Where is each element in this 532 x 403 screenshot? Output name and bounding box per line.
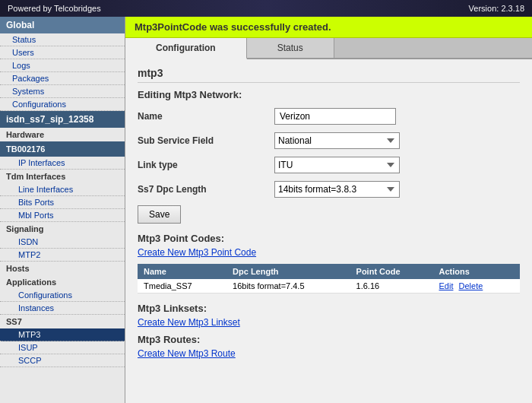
point-codes-table: Name Dpc Length Point Code Actions Tmedi… <box>138 264 520 294</box>
version-label: Version: 2.3.18 <box>469 4 524 13</box>
sidebar-item-configurations[interactable]: Configurations <box>0 98 125 111</box>
tabs-bar: Configuration Status <box>125 38 532 59</box>
save-button[interactable]: Save <box>138 205 181 224</box>
hardware-header: Hardware <box>0 128 125 141</box>
create-point-code-link[interactable]: Create New Mtp3 Point Code <box>138 247 256 258</box>
applications-label: Applications <box>0 275 125 289</box>
content-area: Mtp3PointCode was successfully created. … <box>125 17 532 403</box>
row-dpc-length: 16bits format=7.4.5 <box>226 279 350 294</box>
sidebar-item-status[interactable]: Status <box>0 33 125 46</box>
success-message: Mtp3PointCode was successfully created. <box>135 21 331 33</box>
tdm-header: Tdm Interfaces <box>0 170 125 183</box>
point-codes-title: Mtp3 Point Codes: <box>138 233 520 244</box>
col-actions: Actions <box>433 264 521 279</box>
col-dpc-length: Dpc Length <box>226 264 350 279</box>
sidebar-item-mbl-ports[interactable]: Mbl Ports <box>0 209 125 222</box>
sub-service-select[interactable]: National <box>274 132 400 149</box>
main-layout: Global Status Users Logs Packages System… <box>0 17 532 403</box>
link-type-label: Link type <box>138 160 274 170</box>
tab-status[interactable]: Status <box>247 38 334 58</box>
sidebar-item-line-interfaces[interactable]: Line Interfaces <box>0 183 125 196</box>
sub-service-label: Sub Service Field <box>138 135 274 146</box>
delete-link[interactable]: Delete <box>459 281 483 290</box>
name-row: Name <box>138 108 520 125</box>
link-type-select[interactable]: ITU <box>274 157 400 173</box>
global-header: Global <box>0 17 125 33</box>
sub-service-row: Sub Service Field National <box>138 132 520 149</box>
sidebar-item-users[interactable]: Users <box>0 46 125 59</box>
sidebar-item-bits-ports[interactable]: Bits Ports <box>0 196 125 209</box>
powered-by-label: Powered by Telcobridges <box>8 4 101 13</box>
sidebar-item-mtp3[interactable]: MTP3 <box>0 328 125 341</box>
sidebar-item-ip-interfaces[interactable]: IP Interfaces <box>0 157 125 170</box>
ss7-dpc-select[interactable]: 14bits format=3.8.3 <box>274 181 400 198</box>
routes-title: Mtp3 Routes: <box>138 334 520 345</box>
create-route-link[interactable]: Create New Mtp3 Route <box>138 348 236 359</box>
name-input[interactable] <box>274 108 396 125</box>
edit-link[interactable]: Edit <box>439 281 454 290</box>
sidebar-item-app-configurations[interactable]: Configurations <box>0 289 125 302</box>
sidebar-item-sccp[interactable]: SCCP <box>0 354 125 367</box>
col-name: Name <box>138 264 226 279</box>
row-name: Tmedia_SS7 <box>138 279 226 294</box>
sidebar-item-mtp2[interactable]: MTP2 <box>0 249 125 262</box>
sidebar-item-logs[interactable]: Logs <box>0 59 125 72</box>
tab-configuration[interactable]: Configuration <box>125 38 247 59</box>
sidebar-item-isup[interactable]: ISUP <box>0 341 125 354</box>
signaling-label: Signaling <box>0 222 125 236</box>
form-subtitle: Editing Mtp3 Network: <box>138 89 520 100</box>
sidebar-item-systems[interactable]: Systems <box>0 85 125 98</box>
sidebar-item-isdn[interactable]: ISDN <box>0 236 125 249</box>
link-type-row: Link type ITU <box>138 157 520 173</box>
sidebar-item-packages[interactable]: Packages <box>0 72 125 85</box>
row-point-code: 1.6.16 <box>350 279 433 294</box>
row-actions: Edit Delete <box>433 279 521 294</box>
tb-header[interactable]: TB002176 <box>0 141 125 157</box>
table-row: Tmedia_SS7 16bits format=7.4.5 1.6.16 Ed… <box>138 279 520 294</box>
ss7-label: SS7 <box>0 315 125 328</box>
sidebar-item-instances[interactable]: Instances <box>0 302 125 315</box>
ss7-dpc-label: Ss7 Dpc Length <box>138 184 274 195</box>
name-label: Name <box>138 111 274 122</box>
ss7-dpc-row: Ss7 Dpc Length 14bits format=3.8.3 <box>138 181 520 198</box>
device-header[interactable]: isdn_ss7_sip_12358 <box>0 111 125 128</box>
linksets-title: Mtp3 Linksets: <box>138 303 520 314</box>
hosts-label: Hosts <box>0 262 125 275</box>
success-banner: Mtp3PointCode was successfully created. <box>125 17 532 38</box>
sidebar: Global Status Users Logs Packages System… <box>0 17 125 403</box>
col-point-code: Point Code <box>350 264 433 279</box>
breadcrumb: mtp3 <box>138 67 520 83</box>
form-area: mtp3 Editing Mtp3 Network: Name Sub Serv… <box>125 59 532 403</box>
create-linkset-link[interactable]: Create New Mtp3 Linkset <box>138 317 240 328</box>
top-bar: Powered by Telcobridges Version: 2.3.18 <box>0 0 532 17</box>
